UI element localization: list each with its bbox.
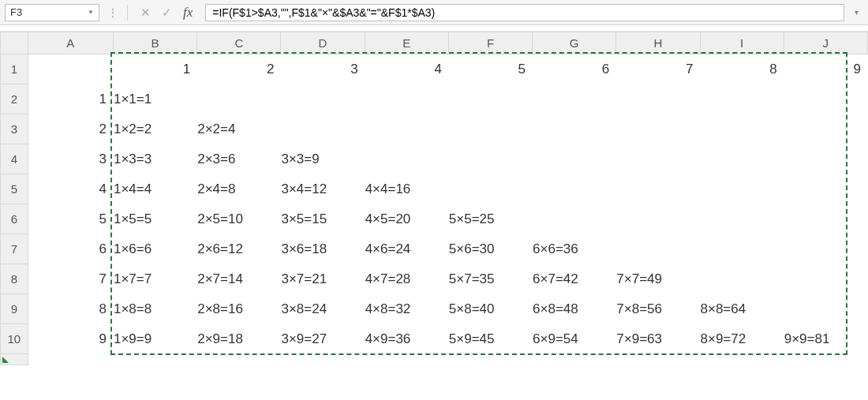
row-hdr-8[interactable]: 8 xyxy=(1,264,28,294)
cell-f4[interactable] xyxy=(448,144,532,174)
cell-i8[interactable] xyxy=(700,264,784,294)
cell-f7[interactable]: 5×6=30 xyxy=(448,234,532,264)
cell-g5[interactable] xyxy=(533,174,616,204)
cell-b10[interactable]: 1×9=9 xyxy=(113,324,196,354)
cell-h9[interactable]: 7×8=56 xyxy=(616,294,700,324)
cell-j9[interactable] xyxy=(784,294,867,324)
cell-row11[interactable] xyxy=(28,354,867,365)
cell-a3[interactable]: 2 xyxy=(28,114,113,144)
cell-c1[interactable]: 2 xyxy=(197,54,281,84)
cell-f3[interactable] xyxy=(448,114,532,144)
cell-h10[interactable]: 7×9=63 xyxy=(616,324,700,354)
row-hdr-6[interactable]: 6 xyxy=(1,204,28,234)
cell-g8[interactable]: 6×7=42 xyxy=(533,264,616,294)
cell-i7[interactable] xyxy=(700,234,784,264)
cell-f8[interactable]: 5×7=35 xyxy=(448,264,532,294)
cell-f6[interactable]: 5×5=25 xyxy=(448,204,532,234)
cell-f1[interactable]: 5 xyxy=(448,54,532,84)
cell-f10[interactable]: 5×9=45 xyxy=(448,324,532,354)
cell-a4[interactable]: 3 xyxy=(28,144,113,174)
cell-c7[interactable]: 2×6=12 xyxy=(197,234,281,264)
row-hdr-1[interactable]: 1 xyxy=(1,54,28,84)
name-box[interactable]: F3 ▼ xyxy=(5,4,99,21)
cell-h1[interactable]: 7 xyxy=(616,54,700,84)
cell-a7[interactable]: 6 xyxy=(28,234,113,264)
cell-b9[interactable]: 1×8=8 xyxy=(113,294,196,324)
cell-i5[interactable] xyxy=(700,174,784,204)
cell-d2[interactable] xyxy=(281,84,365,114)
cell-i3[interactable] xyxy=(700,114,784,144)
cell-c3[interactable]: 2×2=4 xyxy=(197,114,281,144)
cell-b4[interactable]: 1×3=3 xyxy=(113,144,196,174)
col-hdr-g[interactable]: G xyxy=(533,32,616,54)
cell-h6[interactable] xyxy=(616,204,700,234)
cell-g9[interactable]: 6×8=48 xyxy=(533,294,616,324)
col-hdr-j[interactable]: J xyxy=(784,32,867,54)
cell-a9[interactable]: 8 xyxy=(28,294,113,324)
cell-c2[interactable] xyxy=(197,84,281,114)
row-hdr-4[interactable]: 4 xyxy=(1,144,28,174)
col-hdr-i[interactable]: I xyxy=(700,32,784,54)
col-hdr-f[interactable]: F xyxy=(448,32,532,54)
cell-f2[interactable] xyxy=(448,84,532,114)
cell-h8[interactable]: 7×7=49 xyxy=(616,264,700,294)
cell-e8[interactable]: 4×7=28 xyxy=(365,264,448,294)
cell-d7[interactable]: 3×6=18 xyxy=(281,234,365,264)
cell-e5[interactable]: 4×4=16 xyxy=(365,174,448,204)
cell-j7[interactable] xyxy=(784,234,867,264)
row-hdr-10[interactable]: 10 xyxy=(1,324,28,354)
cell-d8[interactable]: 3×7=21 xyxy=(281,264,365,294)
cell-e4[interactable] xyxy=(365,144,448,174)
row-hdr-2[interactable]: 2 xyxy=(1,84,28,114)
cell-b6[interactable]: 1×5=5 xyxy=(113,204,196,234)
cell-i2[interactable] xyxy=(700,84,784,114)
cell-a2[interactable]: 1 xyxy=(28,84,113,114)
cell-g4[interactable] xyxy=(533,144,616,174)
cell-a1[interactable] xyxy=(28,54,113,84)
cell-h5[interactable] xyxy=(616,174,700,204)
cell-i6[interactable] xyxy=(700,204,784,234)
cell-e6[interactable]: 4×5=20 xyxy=(365,204,448,234)
spreadsheet-grid[interactable]: A B C D E F G H I J 1 1 2 3 4 5 xyxy=(0,32,868,365)
cell-i9[interactable]: 8×8=64 xyxy=(700,294,784,324)
col-hdr-d[interactable]: D xyxy=(281,32,365,54)
cell-a8[interactable]: 7 xyxy=(28,264,113,294)
cell-d4[interactable]: 3×3=9 xyxy=(281,144,365,174)
fx-icon[interactable]: fx xyxy=(183,5,193,21)
cell-c9[interactable]: 2×8=16 xyxy=(197,294,281,324)
cell-f5[interactable] xyxy=(448,174,532,204)
cell-j10[interactable]: 9×9=81 xyxy=(784,324,867,354)
cell-h2[interactable] xyxy=(616,84,700,114)
cell-i4[interactable] xyxy=(700,144,784,174)
select-all-corner[interactable] xyxy=(1,32,28,54)
cell-g1[interactable]: 6 xyxy=(533,54,616,84)
cell-a5[interactable]: 4 xyxy=(28,174,113,204)
cell-e7[interactable]: 4×6=24 xyxy=(365,234,448,264)
cell-b5[interactable]: 1×4=4 xyxy=(113,174,196,204)
col-hdr-c[interactable]: C xyxy=(197,32,281,54)
accept-icon[interactable]: ✓ xyxy=(162,6,172,20)
cell-c4[interactable]: 2×3=6 xyxy=(197,144,281,174)
cell-i10[interactable]: 8×9=72 xyxy=(700,324,784,354)
cell-j5[interactable] xyxy=(784,174,867,204)
cell-g6[interactable] xyxy=(533,204,616,234)
cell-c6[interactable]: 2×5=10 xyxy=(197,204,281,234)
col-hdr-e[interactable]: E xyxy=(365,32,448,54)
cell-h3[interactable] xyxy=(616,114,700,144)
cell-e3[interactable] xyxy=(365,114,448,144)
cell-e9[interactable]: 4×8=32 xyxy=(365,294,448,324)
row-hdr-7[interactable]: 7 xyxy=(1,234,28,264)
row-hdr-9[interactable]: 9 xyxy=(1,294,28,324)
cell-e2[interactable] xyxy=(365,84,448,114)
cell-g10[interactable]: 6×9=54 xyxy=(533,324,616,354)
cell-j3[interactable] xyxy=(784,114,867,144)
cell-j4[interactable] xyxy=(784,144,867,174)
cell-g7[interactable]: 6×6=36 xyxy=(533,234,616,264)
col-hdr-h[interactable]: H xyxy=(616,32,700,54)
cell-d10[interactable]: 3×9=27 xyxy=(281,324,365,354)
expand-formula-icon[interactable]: ▾ xyxy=(849,8,863,17)
cell-j1[interactable]: 9 xyxy=(784,54,867,84)
row-hdr-11[interactable] xyxy=(1,354,28,365)
cell-a6[interactable]: 5 xyxy=(28,204,113,234)
cell-d9[interactable]: 3×8=24 xyxy=(281,294,365,324)
